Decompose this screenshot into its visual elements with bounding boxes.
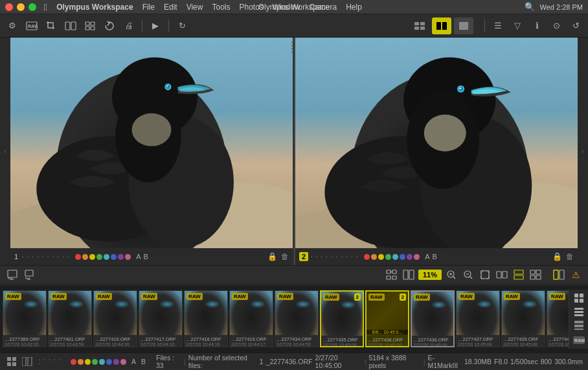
sb-label-a[interactable]: A [131, 358, 136, 365]
play-btn[interactable]: ▶ [147, 17, 164, 34]
list-view-btn-sm[interactable] [573, 306, 585, 318]
close-button[interactable] [5, 3, 13, 11]
back-btn[interactable]: ↺ [567, 17, 584, 34]
minimize-button[interactable] [17, 3, 25, 11]
settings-btn[interactable]: ⚙ [4, 17, 21, 34]
copy-btn[interactable] [552, 268, 566, 282]
statusbar-compare-btn[interactable] [21, 355, 34, 368]
apple-menu[interactable]:  [44, 2, 47, 12]
zoom-out-btn[interactable] [461, 268, 475, 282]
trash-icon-2[interactable]: 🗑 [566, 252, 574, 261]
viewer-image-2[interactable] [295, 38, 578, 248]
thumbnail-3[interactable]: RAW …2277417.ORF 2/27/20 10:44:16 [139, 290, 183, 347]
sb-color-green[interactable] [92, 359, 98, 365]
lock-icon-2[interactable]: 🔒 [552, 252, 562, 261]
menu-file[interactable]: File [142, 3, 155, 12]
filmstrip-scroll-area[interactable]: RAW …2277389.ORF 2/27/20 10:42:26 RAW …2… [0, 285, 569, 353]
thumbnail-9[interactable]: RAW …2277436.ORF 2/27/20 10:45:00 [411, 290, 455, 347]
label-b-2[interactable]: B [432, 253, 436, 260]
layout2-btn[interactable] [528, 268, 543, 282]
color-green[interactable] [96, 254, 102, 260]
color-blue-2[interactable] [400, 254, 405, 260]
color-cyan-2[interactable] [392, 254, 398, 260]
monitor-btn[interactable] [22, 268, 36, 282]
sb-color-yellow[interactable] [85, 359, 91, 365]
color-pink[interactable] [125, 254, 131, 260]
grid-view-btn-sm[interactable] [573, 292, 585, 304]
crop-btn[interactable] [43, 17, 60, 34]
strip-view-btn-sm[interactable] [573, 319, 585, 331]
sb-color-blue[interactable] [106, 359, 112, 365]
sb-color-purple[interactable] [113, 359, 119, 365]
trash-icon[interactable]: 🗑 [281, 252, 289, 261]
label-a-2[interactable]: A [425, 253, 429, 260]
thumbnail-12[interactable]: RAW 1 …2277440.ORF 2/27/20 10:45:10 [547, 290, 569, 347]
thumbnail-6[interactable]: RAW …2277434.ORF 2/27/20 10:44:59 [275, 290, 319, 347]
view-grid-btn[interactable] [410, 17, 429, 34]
sb-color-orange[interactable] [78, 359, 84, 365]
compare-btn[interactable] [62, 17, 79, 34]
thumbnail-8[interactable]: RAW 2 6/6... 10:45:0... …2277438.ORF 2/2… [365, 290, 409, 347]
edit-btn[interactable] [5, 268, 19, 282]
warning-btn[interactable]: ⚠ [569, 268, 583, 282]
stacked-btn[interactable] [512, 268, 526, 282]
thumbnail-7[interactable]: RAW 2 …2277435.ORF 2/27/20 10:45:00 [320, 290, 364, 347]
menu-help[interactable]: Help [346, 3, 362, 12]
left-arrow[interactable]: ‹ [0, 38, 10, 265]
color-pink-2[interactable] [414, 254, 420, 260]
fit-btn[interactable] [478, 268, 492, 282]
info-btn[interactable]: ☰ [490, 17, 506, 34]
side-by-side-btn[interactable] [495, 268, 509, 282]
color-orange-2[interactable] [371, 254, 377, 260]
color-red-2[interactable] [364, 254, 370, 260]
thumbnail-4[interactable]: RAW …2277418.ORF 2/27/20 10:44:16 [184, 290, 228, 347]
compare-layout-btn[interactable] [401, 268, 416, 282]
maximize-button[interactable] [28, 3, 36, 11]
sb-label-b[interactable]: B [141, 358, 146, 365]
color-purple[interactable] [118, 254, 124, 260]
sep-dot [291, 48, 293, 50]
color-orange[interactable] [82, 254, 88, 260]
color-yellow[interactable] [89, 254, 95, 260]
menu-view[interactable]: View [187, 3, 203, 12]
thumbnail-5[interactable]: RAW …2277419.ORF 2/27/20 10:44:17 [229, 290, 273, 347]
view-compare-btn[interactable] [432, 17, 451, 34]
sb-color-cyan[interactable] [99, 359, 105, 365]
color-yellow-2[interactable] [378, 254, 384, 260]
menu-tools[interactable]: Tools [212, 3, 230, 12]
view-single-btn[interactable] [454, 17, 473, 34]
sb-color-red[interactable] [71, 359, 76, 365]
print-btn[interactable]: 🖨 [120, 17, 137, 34]
label-b[interactable]: B [143, 253, 148, 260]
thumbnail-1[interactable]: RAW …2277401.ORF 2/27/20 10:43:59 [48, 290, 92, 347]
sync-btn[interactable] [385, 268, 399, 282]
color-purple-2[interactable] [407, 254, 413, 260]
menu-edit[interactable]: Edit [164, 3, 177, 12]
right-arrow[interactable]: › [578, 38, 588, 265]
label-a[interactable]: A [136, 253, 141, 260]
statusbar-date: 2/27/20 10:45:00 [315, 354, 361, 369]
thumbnail-0[interactable]: RAW …2277389.ORF 2/27/20 10:42:26 [3, 290, 47, 347]
thumbnail-11[interactable]: RAW …2277439.ORF 2/27/20 10:45:08 [501, 290, 545, 347]
color-red[interactable] [75, 254, 81, 260]
sb-color-pink[interactable] [120, 359, 126, 365]
filter-btn[interactable]: ▽ [509, 17, 526, 34]
color-blue[interactable] [111, 254, 117, 260]
thumbnail-2[interactable]: RAW …2277416.ORF 2/27/20 10:44:16 [93, 290, 137, 347]
viewer-image-1[interactable] [10, 38, 293, 248]
info2-btn[interactable]: ℹ [528, 17, 545, 34]
raw-badge-btn[interactable]: RAW [573, 334, 585, 346]
color-cyan[interactable] [104, 254, 109, 260]
app-menu-name[interactable]: Olympus Workspace [56, 3, 133, 12]
search-icon[interactable]: 🔍 [525, 2, 535, 12]
adjust-btn[interactable]: ⊙ [548, 17, 565, 34]
statusbar-grid-btn[interactable] [5, 355, 18, 368]
thumbnail-10[interactable]: RAW …2277437.ORF 2/27/20 10:45:08 [456, 290, 500, 347]
refresh-btn[interactable]: ↻ [174, 17, 190, 34]
color-green-2[interactable] [385, 254, 391, 260]
raw-btn[interactable]: RAW [23, 17, 40, 34]
grid-btn[interactable] [82, 17, 98, 34]
lock-icon[interactable]: 🔒 [267, 252, 277, 261]
rotate-btn[interactable] [101, 17, 118, 34]
zoom-in-btn[interactable] [444, 268, 458, 282]
